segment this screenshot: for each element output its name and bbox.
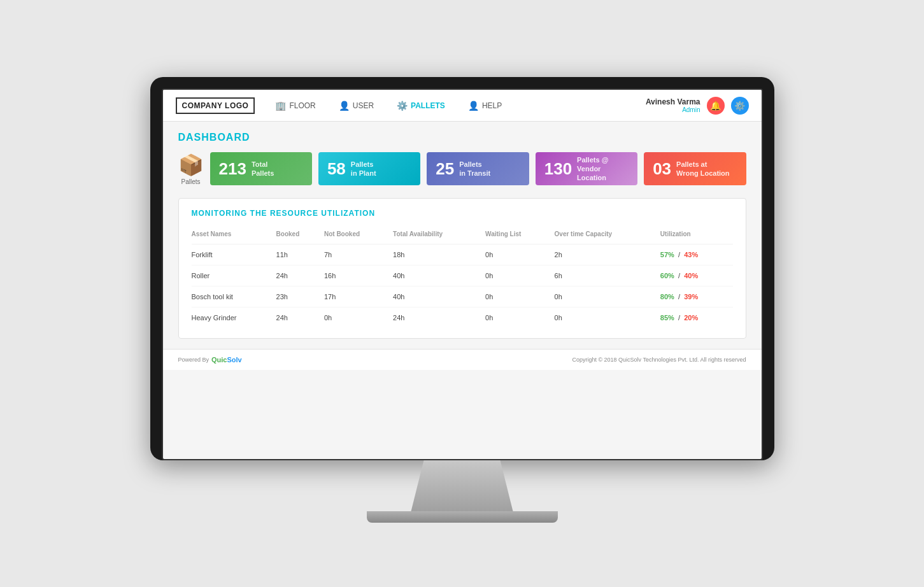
- app-container: COMPANY LOGO 🏢 FLOOR 👤 USER ⚙️: [163, 90, 762, 459]
- stat-card-vendor: 130 Pallets @Vendor Location: [536, 152, 637, 185]
- cell-total-0: 18h: [393, 244, 485, 265]
- stat-card-wrong: 03 Pallets atWrong Location: [644, 152, 746, 185]
- cell-asset-1: Roller: [192, 265, 276, 286]
- nav-user-label: USER: [353, 101, 374, 110]
- util-green-1: 60%: [660, 272, 674, 279]
- page-title: DASHBOARD: [178, 132, 746, 143]
- stat-number-transit: 25: [436, 159, 454, 179]
- user-name: Avinesh Varma: [646, 97, 700, 106]
- nav-user[interactable]: 👤 USER: [334, 98, 379, 113]
- stat-card-transit: 25 Palletsin Transit: [427, 152, 529, 185]
- nav-help[interactable]: 👤 HELP: [463, 98, 507, 113]
- stat-label-total: TotalPallets: [252, 160, 274, 178]
- settings-button[interactable]: ⚙️: [731, 97, 749, 115]
- floor-icon: 🏢: [275, 101, 286, 111]
- cell-total-1: 40h: [393, 265, 485, 286]
- cell-booked-1: 24h: [276, 265, 324, 286]
- cell-overtime-2: 0h: [555, 286, 660, 308]
- pallets-icon: ⚙️: [397, 101, 408, 111]
- app-footer: Powered By QuicSolv Copyright © 2018 Qui…: [163, 349, 762, 370]
- util-red-3: 20%: [684, 314, 698, 322]
- cell-not-booked-3: 0h: [324, 308, 393, 329]
- col-waiting-list: Waiting List: [485, 227, 554, 244]
- cell-waiting-3: 0h: [485, 308, 554, 329]
- cell-asset-0: Forklift: [192, 244, 276, 265]
- stats-row: 📦 Pallets 213 TotalPallets 58 Palletsin …: [178, 152, 746, 185]
- main-content: DASHBOARD 📦 Pallets 213 TotalPallets 58: [163, 122, 762, 349]
- util-green-0: 57%: [660, 251, 674, 258]
- stat-label-wrong: Pallets atWrong Location: [676, 160, 730, 178]
- table-section: MONITORING THE RESOURCE UTILIZATION Asse…: [178, 198, 746, 339]
- pallets-icon-label: Pallets: [181, 178, 200, 185]
- navbar: COMPANY LOGO 🏢 FLOOR 👤 USER ⚙️: [163, 90, 762, 122]
- stat-label-plant: Palletsin Plant: [351, 160, 376, 178]
- stat-number-plant: 58: [327, 159, 346, 179]
- col-total-availability: Total Availability: [393, 227, 485, 244]
- stat-card-total: 213 TotalPallets: [210, 152, 312, 185]
- notification-button[interactable]: 🔔: [707, 97, 725, 115]
- user-icon: 👤: [339, 101, 350, 111]
- util-red-2: 39%: [684, 293, 698, 301]
- col-overtime: Over time Capacity: [555, 227, 660, 244]
- user-info: Avinesh Varma Admin: [646, 97, 700, 113]
- cell-waiting-1: 0h: [485, 265, 554, 286]
- stat-label-vendor: Pallets @Vendor Location: [577, 155, 629, 183]
- util-green-2: 80%: [660, 293, 674, 301]
- nav-items: 🏢 FLOOR 👤 USER ⚙️ PALLETS 👤: [270, 98, 645, 113]
- cell-overtime-0: 2h: [555, 244, 660, 265]
- section-title: MONITORING THE RESOURCE UTILIZATION: [192, 209, 733, 218]
- cell-util-1: 60% / 40%: [660, 265, 733, 286]
- table-row: Roller 24h 16h 40h 0h 6h 60% / 40%: [192, 265, 733, 286]
- cell-waiting-2: 0h: [485, 286, 554, 308]
- table-row: Forklift 11h 7h 18h 0h 2h 57% / 43%: [192, 244, 733, 265]
- monitor-stand: [399, 460, 526, 511]
- cell-asset-2: Bosch tool kit: [192, 286, 276, 308]
- footer-brand: Powered By QuicSolv: [178, 356, 242, 364]
- nav-pallets[interactable]: ⚙️ PALLETS: [392, 98, 450, 113]
- stat-card-plant: 58 Palletsin Plant: [318, 152, 420, 185]
- cell-booked-2: 23h: [276, 286, 324, 308]
- cell-overtime-1: 6h: [555, 265, 660, 286]
- company-logo: COMPANY LOGO: [176, 97, 255, 114]
- stat-number-vendor: 130: [544, 159, 572, 179]
- help-icon: 👤: [468, 101, 479, 111]
- stat-number-wrong: 03: [653, 159, 671, 179]
- table-row: Heavy Grinder 24h 0h 24h 0h 0h 85% / 20%: [192, 308, 733, 329]
- nav-pallets-label: PALLETS: [411, 101, 445, 110]
- user-role: Admin: [646, 106, 700, 113]
- col-not-booked: Not Booked: [324, 227, 393, 244]
- cell-util-3: 85% / 20%: [660, 308, 733, 329]
- util-red-1: 40%: [684, 272, 698, 279]
- col-booked: Booked: [276, 227, 324, 244]
- util-red-0: 43%: [684, 251, 698, 258]
- stat-label-transit: Palletsin Transit: [459, 160, 490, 178]
- cell-overtime-3: 0h: [555, 308, 660, 329]
- cell-not-booked-0: 7h: [324, 244, 393, 265]
- cell-total-3: 24h: [393, 308, 485, 329]
- monitor-frame: COMPANY LOGO 🏢 FLOOR 👤 USER ⚙️: [150, 77, 774, 460]
- cell-not-booked-1: 16h: [324, 265, 393, 286]
- monitor-wrapper: COMPANY LOGO 🏢 FLOOR 👤 USER ⚙️: [150, 77, 774, 523]
- col-asset-names: Asset Names: [192, 227, 276, 244]
- table-row: Bosch tool kit 23h 17h 40h 0h 0h 80% / 3…: [192, 286, 733, 308]
- pallets-icon-box: 📦 Pallets: [178, 153, 204, 185]
- nav-help-label: HELP: [482, 101, 502, 110]
- nav-floor-label: FLOOR: [289, 101, 315, 110]
- cell-not-booked-2: 17h: [324, 286, 393, 308]
- cell-util-0: 57% / 43%: [660, 244, 733, 265]
- cell-booked-0: 11h: [276, 244, 324, 265]
- quicsolv-logo: QuicSolv: [211, 356, 242, 364]
- nav-floor[interactable]: 🏢 FLOOR: [270, 98, 320, 113]
- cell-booked-3: 24h: [276, 308, 324, 329]
- util-green-3: 85%: [660, 314, 674, 322]
- data-table: Asset Names Booked Not Booked Total Avai…: [192, 227, 733, 328]
- monitor-screen: COMPANY LOGO 🏢 FLOOR 👤 USER ⚙️: [162, 88, 763, 460]
- copyright-text: Copyright © 2018 QuicSolv Technologies P…: [572, 357, 746, 363]
- cell-asset-3: Heavy Grinder: [192, 308, 276, 329]
- stat-number-total: 213: [219, 159, 246, 179]
- pallets-emoji: 📦: [178, 153, 204, 177]
- col-utilization: Utilization: [660, 227, 733, 244]
- powered-by-text: Powered By: [178, 357, 210, 363]
- nav-right: Avinesh Varma Admin 🔔 ⚙️: [646, 97, 749, 115]
- cell-waiting-0: 0h: [485, 244, 554, 265]
